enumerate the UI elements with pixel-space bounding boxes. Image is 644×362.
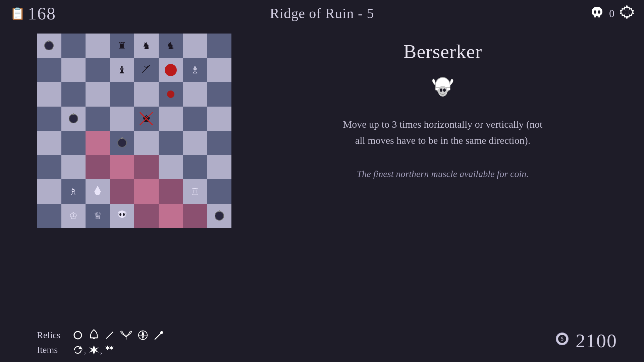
board-cell[interactable] — [110, 107, 135, 131]
header: 📋 168 Ridge of Ruin - 5 0 — [0, 0, 644, 27]
gold-value: 2100 — [576, 329, 617, 352]
board-cell[interactable] — [159, 179, 183, 204]
items-label: Items — [37, 345, 67, 355]
board-cell[interactable] — [110, 82, 135, 107]
board-cell[interactable] — [86, 131, 110, 155]
relic-bell[interactable] — [89, 329, 99, 341]
board-cell[interactable] — [183, 131, 207, 155]
board-cell[interactable] — [61, 58, 86, 82]
board-cell[interactable] — [86, 179, 110, 204]
svg-rect-3 — [597, 16, 598, 17]
board-cell[interactable] — [110, 204, 135, 228]
board-cell[interactable] — [134, 155, 159, 180]
board-cell[interactable]: ♗ — [183, 58, 207, 82]
board-cell[interactable] — [134, 58, 159, 82]
board-cell[interactable]: ♞ — [134, 34, 159, 58]
board-cell[interactable] — [110, 179, 135, 204]
board-cell[interactable] — [37, 179, 61, 204]
unit-name: Berserker — [404, 40, 482, 63]
items-row: Items 7 2 — [37, 345, 164, 355]
board-cell[interactable] — [183, 204, 207, 228]
board-cell[interactable] — [134, 82, 159, 107]
board-cell[interactable]: ♔ — [61, 204, 86, 228]
item-shuriken[interactable]: 2 — [89, 345, 99, 355]
relics-label: Relics — [37, 330, 67, 341]
board-cell[interactable] — [207, 179, 232, 204]
board-cell[interactable]: ♞ — [159, 34, 183, 58]
board-cell[interactable] — [207, 82, 232, 107]
board-cell[interactable] — [207, 204, 232, 228]
board-cell[interactable] — [37, 204, 61, 228]
board-cell[interactable] — [134, 131, 159, 155]
board-cell[interactable] — [183, 82, 207, 107]
board-cell[interactable] — [207, 131, 232, 155]
chess-board[interactable]: ♜♞♞♝ ♗ ♚ ♗ ♖♔♕ — [37, 34, 231, 228]
svg-marker-24 — [142, 331, 144, 335]
board-cell[interactable] — [110, 131, 135, 155]
svg-point-1 — [598, 10, 600, 14]
board-cell[interactable]: ♖ — [183, 179, 207, 204]
board-cell[interactable] — [61, 107, 86, 131]
chess-board-container[interactable]: ♜♞♞♝ ♗ ♚ ♗ ♖♔♕ — [37, 34, 231, 228]
svg-point-27 — [160, 331, 163, 334]
board-cell[interactable] — [86, 107, 110, 131]
skull-icon — [590, 5, 604, 22]
board-cell[interactable] — [61, 82, 86, 107]
board-cell[interactable] — [159, 155, 183, 180]
svg-line-26 — [155, 333, 161, 339]
board-cell[interactable]: ♗ — [61, 179, 86, 204]
board-cell[interactable] — [110, 155, 135, 180]
svg-point-10 — [95, 191, 100, 195]
relic-wings[interactable] — [120, 330, 132, 340]
item-multi-shuriken[interactable] — [105, 345, 118, 355]
board-cell[interactable] — [86, 58, 110, 82]
board-cell[interactable]: ♕ — [86, 204, 110, 228]
board-cell[interactable] — [207, 58, 232, 82]
board-cell[interactable] — [37, 155, 61, 180]
svg-marker-30 — [105, 346, 110, 350]
relic-ring[interactable] — [72, 330, 83, 341]
board-cell[interactable] — [159, 204, 183, 228]
relic-arrow[interactable] — [105, 330, 115, 340]
board-cell[interactable] — [159, 107, 183, 131]
board-cell[interactable] — [86, 34, 110, 58]
svg-marker-29 — [89, 345, 99, 355]
svg-point-15 — [74, 331, 82, 339]
svg-point-13 — [119, 213, 121, 216]
board-cell[interactable] — [183, 107, 207, 131]
board-cell[interactable] — [61, 34, 86, 58]
board-cell[interactable] — [86, 155, 110, 180]
board-cell[interactable] — [37, 34, 61, 58]
board-cell[interactable]: ♝ — [110, 58, 135, 82]
board-cell[interactable] — [134, 204, 159, 228]
svg-point-36 — [443, 88, 446, 92]
board-cell[interactable] — [183, 155, 207, 180]
svg-rect-12 — [119, 216, 125, 217]
board-cell[interactable] — [37, 58, 61, 82]
board-cell[interactable] — [37, 82, 61, 107]
item-refresh[interactable]: 7 — [72, 345, 83, 355]
board-cell[interactable] — [207, 34, 232, 58]
relic-wand[interactable] — [154, 330, 164, 341]
board-cell[interactable]: ♚ — [134, 107, 159, 131]
svg-point-5 — [625, 10, 629, 14]
svg-point-0 — [594, 10, 596, 14]
board-cell[interactable]: ♜ — [110, 34, 135, 58]
relic-compass[interactable] — [138, 330, 148, 341]
board-cell[interactable] — [61, 155, 86, 180]
board-cell[interactable] — [159, 131, 183, 155]
board-cell[interactable] — [207, 155, 232, 180]
board-cell[interactable] — [159, 82, 183, 107]
board-cell[interactable] — [37, 131, 61, 155]
board-cell[interactable] — [37, 107, 61, 131]
board-cell[interactable] — [134, 179, 159, 204]
svg-point-14 — [123, 213, 125, 216]
unit-flavor: The finest northern muscle available for… — [357, 169, 529, 179]
board-cell[interactable] — [207, 107, 232, 131]
board-cell[interactable] — [61, 131, 86, 155]
board-cell[interactable] — [159, 58, 183, 82]
right-panel: Berserker Move up to 3 times horizontall… — [262, 27, 624, 342]
board-cell[interactable] — [86, 82, 110, 107]
board-cell[interactable] — [183, 34, 207, 58]
gear-icon[interactable] — [620, 5, 634, 22]
